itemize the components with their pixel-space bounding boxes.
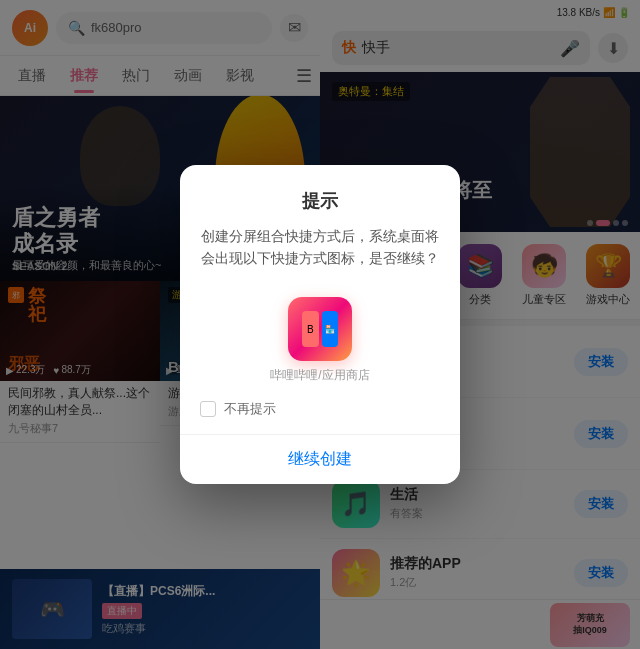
modal-content: 创建分屏组合快捷方式后，系统桌面将会出现以下快捷方式图标，是否继续？ — [200, 225, 440, 270]
modal-confirm-button[interactable]: 继续创建 — [180, 435, 460, 484]
modal-checkbox-label: 不再提示 — [224, 400, 276, 418]
icon-store: 🏪 — [322, 311, 339, 347]
modal-title: 提示 — [200, 189, 440, 213]
modal-checkbox[interactable] — [200, 401, 216, 417]
modal-box: 提示 创建分屏组合快捷方式后，系统桌面将会出现以下快捷方式图标，是否继续？ B … — [180, 165, 460, 485]
modal-icon-area: B 🏪 哔哩哔哩/应用商店 — [180, 281, 460, 392]
modal-header: 提示 创建分屏组合快捷方式后，系统桌面将会出现以下快捷方式图标，是否继续？ — [180, 165, 460, 282]
app-icon-inner: B 🏪 — [302, 311, 338, 347]
icon-bilibili: B — [302, 311, 319, 347]
modal-checkbox-row: 不再提示 — [180, 392, 460, 426]
modal-app-icon: B 🏪 — [288, 297, 352, 361]
modal-overlay[interactable]: 提示 创建分屏组合快捷方式后，系统桌面将会出现以下快捷方式图标，是否继续？ B … — [0, 0, 640, 649]
modal-app-name: 哔哩哔哩/应用商店 — [270, 367, 369, 384]
